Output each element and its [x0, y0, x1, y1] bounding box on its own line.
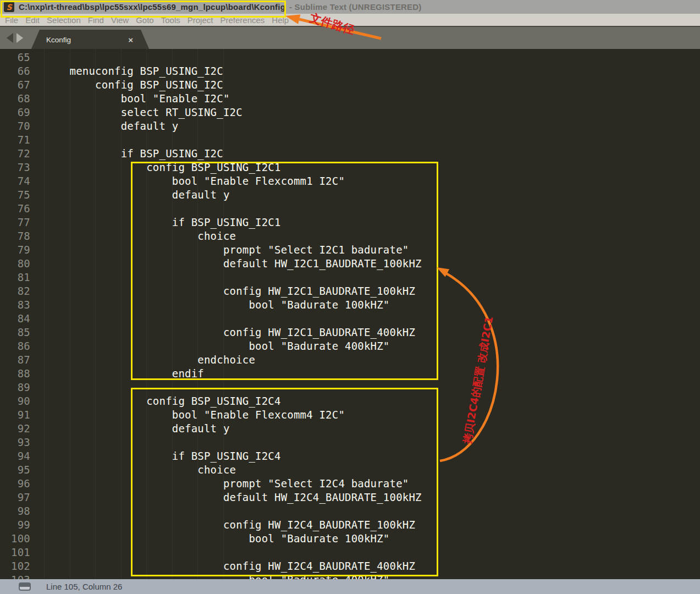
- code-line-89: 89: [0, 381, 700, 394]
- line-number: 103: [0, 573, 30, 579]
- line-text: default y: [30, 422, 230, 435]
- menu-bar: FileEditSelectionFindViewGotoToolsProjec…: [0, 14, 700, 26]
- line-text: prompt "Select I2C1 badurate": [30, 244, 409, 256]
- menu-item-find[interactable]: Find: [88, 15, 104, 25]
- line-number: 81: [0, 271, 30, 284]
- line-number: 89: [0, 381, 30, 394]
- code-line-78: 78 choice: [0, 229, 700, 243]
- file-path-text: C:\nxp\rt-thread\bsp\lpc55sxx\lpc55s69_m…: [19, 2, 285, 12]
- line-number: 92: [0, 422, 30, 436]
- menu-item-file[interactable]: File: [5, 15, 18, 25]
- code-line-84: 84: [0, 312, 700, 326]
- menu-item-preferences[interactable]: Preferences: [220, 15, 264, 25]
- indent-guide: [197, 49, 198, 579]
- code-line-100: 100 bool "Badurate 100kHZ": [0, 532, 700, 546]
- line-number: 80: [0, 257, 30, 271]
- console-panel-icon[interactable]: [19, 582, 31, 591]
- line-number: 98: [0, 504, 30, 518]
- menu-item-project[interactable]: Project: [188, 15, 213, 25]
- menu-item-edit[interactable]: Edit: [25, 15, 40, 25]
- line-number: 83: [0, 298, 30, 312]
- line-number: 100: [0, 532, 30, 546]
- menu-item-help[interactable]: Help: [272, 15, 289, 25]
- line-text: endchoice: [30, 354, 255, 366]
- menu-item-tools[interactable]: Tools: [161, 15, 180, 25]
- line-text: bool "Badurate 400kHZ": [30, 574, 390, 579]
- code-line-94: 94 if BSP_USING_I2C4: [0, 449, 700, 463]
- line-text: [30, 436, 44, 448]
- code-line-83: 83 bool "Badurate 100kHZ": [0, 298, 700, 312]
- line-number: 82: [0, 284, 30, 298]
- indent-guide: [172, 49, 173, 579]
- code-line-82: 82 config HW_I2C1_BAUDRATE_100kHZ: [0, 284, 700, 298]
- line-number: 101: [0, 546, 30, 559]
- line-number: 90: [0, 394, 30, 408]
- line-number: 77: [0, 216, 30, 229]
- code-line-70: 70 default y: [0, 119, 700, 133]
- menu-item-view[interactable]: View: [111, 15, 129, 25]
- line-number: 74: [0, 174, 30, 188]
- tab-close-icon[interactable]: ×: [128, 35, 133, 45]
- code-line-68: 68 bool "Enable I2C": [0, 92, 700, 106]
- line-text: bool "Badurate 100kHZ": [30, 532, 390, 544]
- indent-guide: [223, 49, 224, 579]
- line-text: prompt "Select I2C4 badurate": [30, 477, 409, 490]
- code-line-66: 66 menuconfig BSP_USING_I2C: [0, 64, 700, 78]
- code-line-74: 74 bool "Enable Flexcomm1 I2C": [0, 174, 700, 188]
- line-number: 96: [0, 477, 30, 491]
- code-line-90: 90 config BSP_USING_I2C4: [0, 394, 700, 408]
- code-line-71: 71: [0, 133, 700, 147]
- line-number: 102: [0, 559, 30, 573]
- line-text: config BSP_USING_I2C4: [30, 395, 281, 407]
- line-text: default HW_I2C4_BAUDRATE_100kHZ: [30, 491, 422, 503]
- menu-item-selection[interactable]: Selection: [47, 15, 81, 25]
- line-number: 93: [0, 436, 30, 449]
- code-line-91: 91 bool "Enable Flexcomm4 I2C": [0, 408, 700, 422]
- line-text: [30, 271, 44, 283]
- code-line-85: 85 config HW_I2C1_BAUDRATE_400kHZ: [0, 326, 700, 339]
- code-line-103: 103 bool "Badurate 400kHZ": [0, 573, 700, 579]
- line-number: 94: [0, 449, 30, 463]
- line-text: if BSP_USING_I2C: [30, 147, 223, 160]
- tab-back-icon[interactable]: [7, 33, 13, 43]
- code-line-93: 93: [0, 436, 700, 449]
- line-number: 84: [0, 312, 30, 326]
- line-number: 70: [0, 119, 30, 133]
- code-line-95: 95 choice: [0, 463, 700, 477]
- line-text: choice: [30, 464, 236, 476]
- code-line-76: 76: [0, 202, 700, 216]
- line-number: 78: [0, 229, 30, 243]
- indent-guide: [95, 49, 96, 579]
- code-line-77: 77 if BSP_USING_I2C1: [0, 216, 700, 229]
- code-line-87: 87 endchoice: [0, 353, 700, 367]
- code-line-102: 102 config HW_I2C4_BAUDRATE_400kHZ: [0, 559, 700, 573]
- line-number: 88: [0, 367, 30, 381]
- tab-forward-icon[interactable]: [16, 33, 23, 43]
- line-number: 85: [0, 326, 30, 339]
- line-number: 69: [0, 106, 30, 119]
- line-text: select RT_USING_I2C: [30, 106, 242, 118]
- line-text: [30, 381, 44, 393]
- app-name-text: - Sublime Text (UNREGISTERED): [289, 2, 422, 12]
- code-editor[interactable]: 6566 menuconfig BSP_USING_I2C67 config B…: [0, 49, 700, 579]
- code-line-98: 98: [0, 504, 700, 518]
- code-line-81: 81: [0, 271, 700, 284]
- window-title-bar[interactable]: S C:\nxp\rt-thread\bsp\lpc55sxx\lpc55s69…: [0, 0, 700, 14]
- line-number: 73: [0, 161, 30, 174]
- line-number: 66: [0, 64, 30, 78]
- code-line-69: 69 select RT_USING_I2C: [0, 106, 700, 119]
- code-line-99: 99 config HW_I2C4_BAUDRATE_100kHZ: [0, 518, 700, 532]
- line-text: config BSP_USING_I2C1: [30, 161, 281, 173]
- code-line-96: 96 prompt "Select I2C4 badurate": [0, 477, 700, 491]
- code-line-73: 73 config BSP_USING_I2C1: [0, 161, 700, 174]
- tab-kconfig[interactable]: Kconfig ×: [31, 30, 150, 50]
- line-number: 91: [0, 408, 30, 422]
- code-line-88: 88 endif: [0, 367, 700, 381]
- code-line-86: 86 bool "Badurate 400kHZ": [0, 339, 700, 353]
- line-number: 75: [0, 188, 30, 202]
- indent-guide: [44, 49, 45, 579]
- line-number: 86: [0, 339, 30, 353]
- line-text: menuconfig BSP_USING_I2C: [30, 65, 223, 77]
- line-text: [30, 51, 44, 63]
- menu-item-goto[interactable]: Goto: [136, 15, 154, 25]
